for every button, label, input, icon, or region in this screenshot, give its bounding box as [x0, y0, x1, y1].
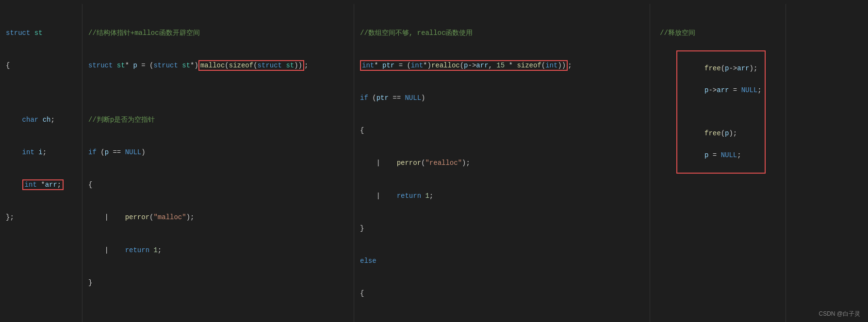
col-free: //释放空间 free(p->arr); p->arr = NULL; free…: [650, 4, 786, 322]
col-malloc: //结构体指针+malloc函数开辟空间 struct st* p = (str…: [82, 4, 354, 322]
col-realloc: //数组空间不够, realloc函数使用 int* ptr = (int*)r…: [354, 4, 650, 322]
col-struct-def: struct st { char ch; int i; int *arr; };: [0, 4, 82, 322]
main-page: struct st { char ch; int i; int *arr; };…: [0, 0, 868, 322]
watermark: CSDN @白子灵: [819, 310, 860, 318]
